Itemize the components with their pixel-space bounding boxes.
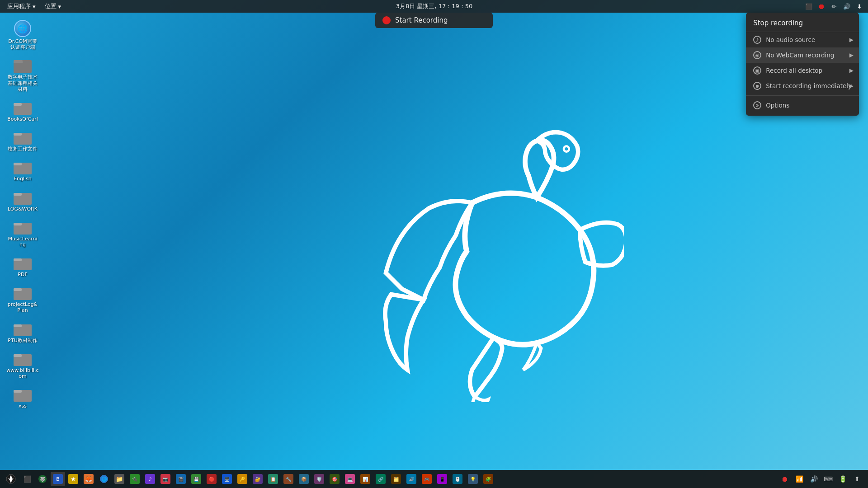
desktop-icon-schoolwork[interactable]: 校务工作文件 <box>5 127 41 154</box>
taskbar-icon-6[interactable]: 🦊 <box>81 472 96 486</box>
taskbar-icon-19[interactable]: 🔧 <box>281 472 296 486</box>
taskbar-icon-4[interactable]: B <box>51 472 65 486</box>
taskbar-tray-icon-4[interactable]: ⌨ <box>822 473 835 485</box>
digital-label: 数字电子技术基础课程相关材料 <box>6 74 39 92</box>
tray-pencil-icon[interactable]: ✏️ <box>829 1 839 11</box>
svg-rect-10 <box>14 193 22 196</box>
datetime-text: 3月8日 星期三, 17：19：50 <box>396 3 473 9</box>
taskbar-icon-29[interactable]: 📱 <box>435 472 449 486</box>
logwork-label: LOG&WORK <box>8 206 38 212</box>
stop-recording-button[interactable]: Stop recording <box>746 15 859 32</box>
desktop-icon-music[interactable]: MusicLearning <box>5 217 41 249</box>
svg-text:📋: 📋 <box>270 476 276 482</box>
svg-rect-8 <box>14 163 22 165</box>
taskbar-icon-21[interactable]: 🛡️ <box>312 472 326 486</box>
svg-text:🗂️: 🗂️ <box>393 476 399 482</box>
taskbar-icon-3[interactable]: 🐺 <box>35 472 50 486</box>
record-all-desktop-item[interactable]: ▣ Record all desktop ▶ <box>746 63 859 78</box>
svg-text:📱: 📱 <box>439 476 445 482</box>
taskbar-icon-25[interactable]: 🔗 <box>373 472 388 486</box>
svg-text:💻: 💻 <box>347 476 353 482</box>
taskbar-icon-22[interactable]: 🎯 <box>327 472 342 486</box>
webcam-icon: ◉ <box>753 51 761 59</box>
start-recording-popup[interactable]: Start Recording <box>375 13 493 28</box>
taskbar-icon-14[interactable]: 🔴 <box>204 472 219 486</box>
start-immediately-label: Start recording immediately <box>766 82 852 89</box>
taskbar-icon-11[interactable]: 📷 <box>158 472 173 486</box>
taskbar-icon-32[interactable]: 🧩 <box>481 472 495 486</box>
taskbar-icon-2[interactable]: ⬛ <box>20 472 34 486</box>
applications-label: 应用程序 <box>7 2 31 10</box>
taskbar-icon-20[interactable]: 📦 <box>297 472 311 486</box>
taskbar-tray-icon-6[interactable]: ⬆ <box>851 473 863 485</box>
desktop-icon-english[interactable]: English <box>5 157 41 183</box>
desktop-icon-ptu[interactable]: PTU教材制作 <box>5 319 41 345</box>
music-folder-icon <box>14 219 32 235</box>
taskbar-tray-icon-5[interactable]: 🔋 <box>836 473 849 485</box>
desktop-icon-books[interactable]: BooksOfCarl <box>5 98 41 124</box>
svg-text:📁: 📁 <box>116 475 123 483</box>
taskbar-icon-26[interactable]: 🗂️ <box>389 472 403 486</box>
svg-text:🛡️: 🛡️ <box>316 476 322 482</box>
taskbar-icon-17[interactable]: 🔐 <box>250 472 265 486</box>
desktop-icon-pdf[interactable]: PDF <box>5 253 41 279</box>
svg-text:🔌: 🔌 <box>132 476 138 482</box>
taskbar-icon-7[interactable]: 🌐 <box>97 472 111 486</box>
svg-text:💡: 💡 <box>470 476 476 482</box>
audio-icon: ♪ <box>753 36 761 44</box>
tray-keyboard-icon[interactable]: ⬛ <box>804 1 814 11</box>
taskbar-icon-9[interactable]: 🔌 <box>127 472 142 486</box>
taskbar-tray-icon-2[interactable]: 📶 <box>793 473 806 485</box>
taskbar-icon-8[interactable]: 📁 <box>112 472 127 486</box>
options-label: Options <box>766 102 789 109</box>
taskbar-icon-5[interactable]: ★ <box>66 472 80 486</box>
tray-volume-icon[interactable]: 🔊 <box>842 1 852 11</box>
svg-text:★: ★ <box>71 475 76 483</box>
taskbar-tray-icon-3[interactable]: 🔊 <box>807 473 820 485</box>
no-webcam-label: No WebCam recording <box>766 52 834 59</box>
svg-rect-20 <box>14 354 22 357</box>
places-menu[interactable]: 位置 ▾ <box>41 1 65 11</box>
start-recording-immediately-item[interactable]: ⏺ Start recording immediately ▶ <box>746 78 859 94</box>
svg-text:📊: 📊 <box>363 476 368 482</box>
taskbar-icon-24[interactable]: 📊 <box>358 472 373 486</box>
svg-rect-4 <box>14 103 22 106</box>
taskbar-icon-13[interactable]: 💾 <box>189 472 203 486</box>
svg-text:♪: ♪ <box>148 476 152 483</box>
applications-menu[interactable]: 应用程序 ▾ <box>4 1 39 11</box>
desktop-icon-xss[interactable]: xss <box>5 385 41 411</box>
no-webcam-item[interactable]: ◉ No WebCam recording ▶ <box>746 47 859 63</box>
tray-record-icon[interactable]: ⏺ <box>816 1 826 11</box>
taskbar-icon-23[interactable]: 💻 <box>343 472 357 486</box>
taskbar-icon-28[interactable]: 🎮 <box>420 472 434 486</box>
svg-text:🖱️: 🖱️ <box>455 476 461 482</box>
taskbar-tray-icon-1[interactable]: ⏺ <box>778 473 791 485</box>
taskbar-icon-30[interactable]: 🖱️ <box>450 472 465 486</box>
dragon-logo <box>353 122 624 393</box>
english-label: English <box>14 176 32 182</box>
tray-network-icon[interactable]: ⬇ <box>854 1 864 11</box>
svg-text:🎯: 🎯 <box>332 476 338 482</box>
svg-point-0 <box>564 146 569 152</box>
no-audio-source-item[interactable]: ♪ No audio source ▶ <box>746 32 859 47</box>
desktop-icon-digital[interactable]: 数字电子技术基础课程相关材料 <box>5 56 41 94</box>
taskbar-kali-icon[interactable] <box>3 471 19 487</box>
options-item[interactable]: ⚙ Options <box>746 98 859 113</box>
taskbar-icon-27[interactable]: 🔊 <box>404 472 419 486</box>
taskbar-right: ⏺ 📶 🔊 ⌨ 🔋 ⬆ <box>778 473 865 485</box>
desktop-icon-project[interactable]: projectLog&Plan <box>5 283 41 315</box>
taskbar-icon-31[interactable]: 💡 <box>466 472 480 486</box>
taskbar-icon-12[interactable]: 🎬 <box>174 472 188 486</box>
bilibili-label: www.bilibili.com <box>6 367 39 379</box>
desktop-icon-logwork[interactable]: LOG&WORK <box>5 188 41 214</box>
taskbar-icon-15[interactable]: 🖥️ <box>220 472 234 486</box>
taskbar-icon-16[interactable]: 🔑 <box>235 472 250 486</box>
project-label: projectLog&Plan <box>6 301 39 313</box>
menu-divider <box>746 95 859 96</box>
desktop-icon-drcom[interactable]: 🌐 Dr.COM宽带认证客户端 <box>5 18 41 52</box>
taskbar-icon-18[interactable]: 📋 <box>266 472 280 486</box>
record-desktop-arrow: ▶ <box>849 67 854 74</box>
taskbar-icon-10[interactable]: ♪ <box>143 472 157 486</box>
project-folder-icon <box>14 285 32 300</box>
desktop-icon-bilibili[interactable]: www.bilibili.com <box>5 349 41 381</box>
